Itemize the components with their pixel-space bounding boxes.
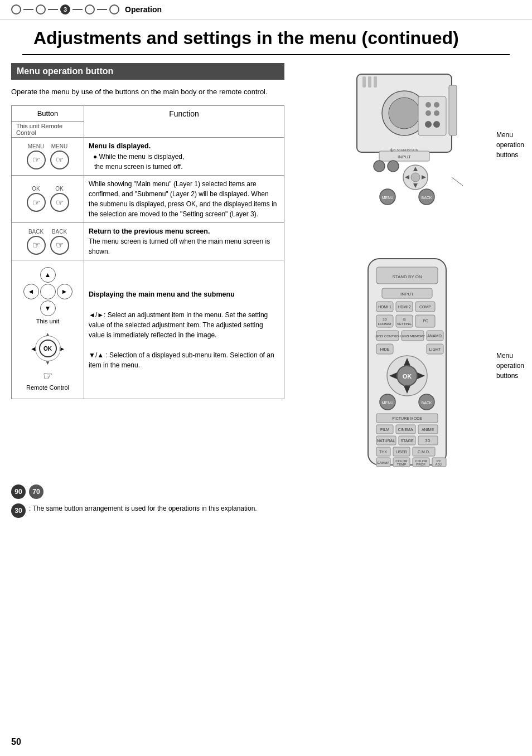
header-title: Operation [125, 5, 162, 14]
svg-text:OK: OK [403, 373, 412, 380]
nav-function-body-1: ◄/►: Select an adjustment item in the me… [89, 311, 268, 339]
menu-ring-unit: ☞ [27, 151, 46, 169]
sub-header-label: This unit Remote Control [12, 121, 84, 137]
col-button-header: Button [12, 105, 84, 121]
svg-text:USER: USER [396, 450, 407, 454]
menu-buttons: MENU ☞ MENU ☞ [16, 143, 79, 169]
svg-text:ANIME: ANIME [422, 428, 434, 432]
svg-text:STAND BY    ON: STAND BY ON [392, 274, 422, 279]
page-title: Adjustments and settings in the menu (co… [22, 20, 510, 55]
svg-text:CINEMA: CINEMA [398, 428, 413, 432]
svg-rect-5 [374, 76, 377, 88]
svg-text:LENS MEMORY: LENS MEMORY [400, 335, 425, 338]
svg-text:ADJ.: ADJ. [435, 463, 442, 466]
ok-circle-remote: ☞ [50, 193, 69, 212]
svg-text:BACK: BACK [421, 196, 432, 200]
svg-point-10 [434, 110, 439, 116]
step-3-circle: 3 [60, 4, 70, 14]
svg-text:IS: IS [403, 318, 406, 321]
back-function-title: Return to the previous menu screen. [89, 227, 210, 235]
menu-function-cell: Menu is displayed. ● While the menu is d… [84, 137, 284, 175]
svg-text:INPUT: INPUT [400, 292, 414, 297]
menu-remote-btn: MENU ☞ [50, 143, 69, 169]
projector-area: INPUT MENU BACK [293, 63, 521, 241]
svg-text:ANAMO.: ANAMO. [427, 334, 443, 338]
remote-hand-icon: ☞ [43, 369, 53, 382]
dash-4 [97, 9, 107, 10]
svg-point-2 [389, 98, 420, 129]
right-column: INPUT MENU BACK [293, 63, 521, 479]
badge-note-row: 30 : The same button arrangement is used… [11, 503, 521, 518]
menu-table: Button Function This unit Remote Control… [11, 105, 284, 400]
back-ring-remote: ☞ [50, 236, 69, 255]
menu-ring-remote: ☞ [50, 151, 69, 169]
ok-circle-unit: ☞ [27, 193, 46, 212]
svg-point-8 [434, 102, 439, 108]
menu-op-label-bottom: Menuoperationbuttons [496, 351, 524, 381]
svg-text:⏻/I STANDBY/ON: ⏻/I STANDBY/ON [390, 148, 418, 152]
svg-point-7 [425, 102, 431, 108]
remote-svg: STAND BY ON INPUT HDMI 1 HDMI 2 COMP. 3D… [346, 256, 468, 479]
svg-rect-13 [449, 85, 457, 135]
intro-text: Operate the menu by use of the buttons o… [11, 86, 284, 98]
svg-point-11 [425, 121, 432, 128]
ok-ring-remote: ☞ [50, 193, 69, 212]
table-row: MENU ☞ MENU ☞ [12, 137, 284, 175]
svg-text:INPUT: INPUT [398, 154, 411, 159]
svg-rect-6 [418, 96, 446, 135]
svg-text:HDMI 2: HDMI 2 [398, 305, 411, 309]
dash-1 [23, 9, 33, 10]
projector-svg: INPUT MENU BACK [346, 69, 468, 236]
ok-buttons: OK ☞ OK ☞ [16, 186, 79, 212]
table-row: BACK ☞ BACK ☞ [12, 222, 284, 260]
back-circle-remote: ☞ [50, 236, 69, 255]
section-heading: Menu operation button [11, 63, 284, 80]
svg-text:TEMP: TEMP [397, 463, 407, 466]
nav-function-cell: Displaying the main menu and the submenu… [84, 260, 284, 399]
remote-control-label: Remote Control [16, 384, 79, 391]
svg-text:MENU: MENU [382, 196, 394, 200]
svg-text:3D: 3D [383, 318, 387, 321]
remote-ok-row: ◄ OK ► [30, 340, 66, 357]
svg-text:SETTING: SETTING [397, 322, 412, 326]
dash-2 [48, 9, 58, 10]
step-4-circle [85, 4, 95, 14]
breadcrumb-bar: 3 Operation [0, 0, 532, 20]
remote-svg-area: STAND BY ON INPUT HDMI 1 HDMI 2 COMP. 3D… [293, 256, 521, 479]
bottom-section: 90 70 30 : The same button arrangement i… [0, 479, 532, 524]
menu-op-label-top: Menuoperationbuttons [496, 130, 524, 160]
menu-unit-btn: MENU ☞ [27, 143, 46, 169]
svg-text:FORMAT: FORMAT [378, 322, 392, 326]
ok-ring-unit: ☞ [27, 193, 46, 212]
menu-function-title: Menu is displayed. [89, 142, 151, 150]
col-function-header: Function [84, 105, 284, 137]
svg-point-12 [433, 121, 440, 128]
svg-text:NATURAL: NATURAL [377, 439, 395, 443]
svg-text:3D: 3D [425, 439, 431, 443]
svg-text:LIGHT: LIGHT [429, 347, 441, 351]
ok-function-body: While showing "Main menu" (Layer 1) sele… [89, 180, 277, 218]
svg-rect-3 [362, 76, 366, 88]
left-column: Menu operation button Operate the menu b… [11, 63, 284, 479]
nav-cluster-unit: ▲ ◄ ► ▼ [16, 267, 79, 316]
dash-3 [72, 9, 83, 10]
nav-function-title: Displaying the main menu and the submenu [89, 290, 235, 298]
nav-function-body-2: ▼/▲ : Selection of a displayed sub-menu … [89, 351, 274, 369]
back-function-cell: Return to the previous menu screen. The … [84, 222, 284, 260]
svg-line-29 [452, 177, 463, 186]
back-label-2: BACK [52, 229, 67, 235]
badge-90: 90 [11, 484, 26, 499]
step-1-circle [11, 4, 21, 14]
svg-point-23 [411, 173, 420, 182]
menu-circle-unit: ☞ [27, 151, 46, 169]
badge-70: 70 [29, 484, 43, 499]
nav-down-row: ▼ [40, 301, 56, 316]
svg-point-17 [388, 161, 399, 172]
svg-text:MENU: MENU [382, 401, 394, 405]
nav-center-btn [40, 284, 56, 299]
nav-down-btn: ▼ [40, 301, 56, 316]
menu-label-2: MENU [51, 143, 67, 149]
back-function-body: The menu screen is turned off when the m… [89, 238, 270, 255]
svg-text:HDMI 1: HDMI 1 [378, 305, 391, 309]
step-2-circle [36, 4, 46, 14]
